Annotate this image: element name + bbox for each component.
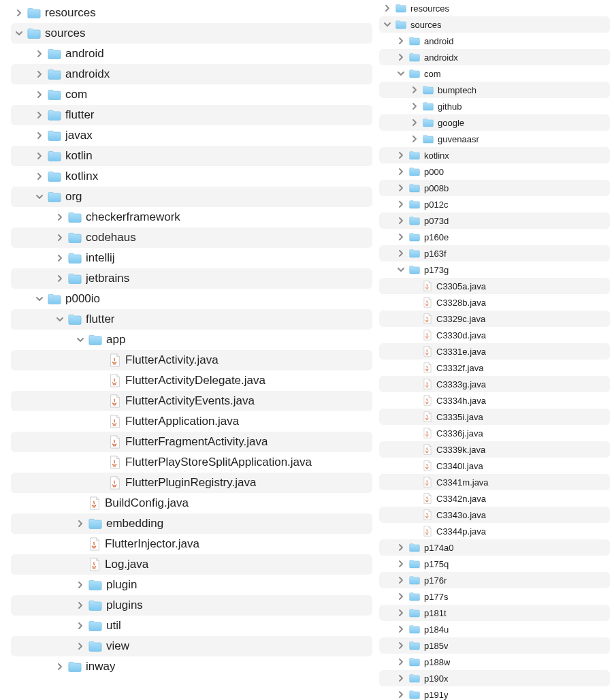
chevron-down-icon[interactable]: [383, 20, 391, 29]
tree-row[interactable]: C3305a.java: [379, 278, 610, 294]
chevron-down-icon[interactable]: [397, 266, 405, 274]
chevron-down-icon[interactable]: [15, 29, 23, 37]
chevron-right-icon[interactable]: [76, 581, 84, 589]
tree-row[interactable]: resources: [11, 3, 372, 23]
tree-row[interactable]: p008b: [379, 180, 610, 196]
chevron-right-icon[interactable]: [56, 234, 64, 242]
tree-row[interactable]: FlutterFragmentActivity.java: [11, 432, 372, 452]
tree-row[interactable]: FlutterActivityDelegate.java: [11, 370, 372, 391]
tree-row[interactable]: javax: [11, 125, 372, 146]
tree-row[interactable]: C3331e.java: [379, 343, 610, 360]
chevron-right-icon[interactable]: [410, 102, 419, 110]
tree-row[interactable]: p188w: [379, 654, 610, 670]
chevron-right-icon[interactable]: [397, 249, 405, 257]
tree-row[interactable]: FlutterActivity.java: [11, 350, 372, 370]
chevron-right-icon[interactable]: [397, 690, 405, 699]
tree-row[interactable]: FlutterPlayStoreSplitApplication.java: [11, 452, 372, 473]
chevron-right-icon[interactable]: [397, 592, 405, 601]
tree-row[interactable]: p173g: [379, 261, 610, 278]
tree-row[interactable]: plugins: [11, 595, 372, 616]
tree-row[interactable]: FlutterInjector.java: [11, 534, 372, 554]
tree-row[interactable]: p175q: [379, 556, 610, 572]
chevron-right-icon[interactable]: [397, 625, 405, 633]
tree-row[interactable]: C3336j.java: [379, 425, 610, 441]
chevron-right-icon[interactable]: [397, 674, 405, 682]
tree-row[interactable]: FlutterPluginRegistry.java: [11, 473, 372, 493]
tree-row[interactable]: p191y: [379, 686, 610, 700]
chevron-right-icon[interactable]: [76, 642, 84, 650]
tree-row[interactable]: view: [11, 636, 372, 656]
chevron-right-icon[interactable]: [56, 254, 64, 262]
chevron-right-icon[interactable]: [397, 217, 405, 225]
tree-row[interactable]: flutter: [11, 105, 372, 125]
tree-row[interactable]: kotlinx: [11, 166, 372, 187]
chevron-right-icon[interactable]: [397, 543, 405, 552]
chevron-right-icon[interactable]: [56, 213, 64, 221]
tree-row[interactable]: sources: [379, 16, 610, 33]
chevron-right-icon[interactable]: [35, 50, 44, 58]
chevron-right-icon[interactable]: [397, 200, 405, 208]
tree-row[interactable]: C3344p.java: [379, 523, 610, 539]
tree-row[interactable]: p190x: [379, 670, 610, 686]
tree-row[interactable]: flutter: [11, 309, 372, 330]
tree-row[interactable]: app: [11, 330, 372, 350]
tree-row[interactable]: codehaus: [11, 227, 372, 248]
tree-row[interactable]: FlutterApplication.java: [11, 411, 372, 432]
chevron-right-icon[interactable]: [76, 520, 84, 528]
tree-row[interactable]: C3342n.java: [379, 490, 610, 507]
tree-row[interactable]: p181t: [379, 605, 610, 621]
tree-row[interactable]: FlutterActivityEvents.java: [11, 391, 372, 411]
tree-row[interactable]: github: [379, 98, 610, 114]
tree-row[interactable]: p177s: [379, 588, 610, 605]
tree-row[interactable]: C3343o.java: [379, 507, 610, 523]
chevron-right-icon[interactable]: [397, 37, 405, 45]
tree-row[interactable]: C3330d.java: [379, 327, 610, 343]
tree-row[interactable]: C3340l.java: [379, 458, 610, 474]
tree-row[interactable]: google: [379, 114, 610, 131]
chevron-right-icon[interactable]: [76, 622, 84, 630]
tree-row[interactable]: C3333g.java: [379, 376, 610, 392]
tree-row[interactable]: C3329c.java: [379, 311, 610, 327]
tree-row[interactable]: androidx: [11, 64, 372, 84]
chevron-right-icon[interactable]: [35, 111, 44, 119]
tree-row[interactable]: p163f: [379, 245, 610, 261]
tree-row[interactable]: intellij: [11, 248, 372, 268]
chevron-right-icon[interactable]: [56, 663, 64, 671]
chevron-right-icon[interactable]: [397, 609, 405, 617]
chevron-right-icon[interactable]: [397, 658, 405, 666]
tree-row[interactable]: C3335i.java: [379, 409, 610, 425]
tree-row[interactable]: resources: [379, 0, 610, 16]
tree-row[interactable]: com: [379, 65, 610, 82]
chevron-right-icon[interactable]: [397, 576, 405, 584]
chevron-down-icon[interactable]: [397, 69, 405, 78]
tree-row[interactable]: androidx: [379, 49, 610, 65]
chevron-right-icon[interactable]: [35, 172, 44, 180]
chevron-right-icon[interactable]: [15, 9, 23, 17]
tree-row[interactable]: util: [11, 616, 372, 636]
chevron-right-icon[interactable]: [35, 91, 44, 99]
chevron-right-icon[interactable]: [410, 118, 419, 127]
tree-row[interactable]: p000io: [11, 289, 372, 309]
chevron-right-icon[interactable]: [56, 274, 64, 283]
tree-row[interactable]: C3328b.java: [379, 294, 610, 311]
chevron-right-icon[interactable]: [35, 131, 44, 140]
chevron-right-icon[interactable]: [397, 151, 405, 159]
chevron-right-icon[interactable]: [35, 152, 44, 160]
tree-row[interactable]: sources: [11, 23, 372, 44]
tree-row[interactable]: org: [11, 187, 372, 207]
chevron-right-icon[interactable]: [410, 86, 419, 94]
chevron-right-icon[interactable]: [410, 135, 419, 143]
chevron-right-icon[interactable]: [397, 53, 405, 61]
tree-row[interactable]: android: [11, 44, 372, 64]
chevron-right-icon[interactable]: [76, 601, 84, 609]
chevron-down-icon[interactable]: [35, 295, 44, 303]
tree-row[interactable]: embedding: [11, 513, 372, 534]
tree-row[interactable]: C3341m.java: [379, 474, 610, 490]
tree-row[interactable]: Log.java: [11, 554, 372, 575]
chevron-down-icon[interactable]: [56, 315, 64, 323]
tree-row[interactable]: BuildConfig.java: [11, 493, 372, 513]
tree-row[interactable]: plugin: [11, 575, 372, 595]
tree-row[interactable]: jetbrains: [11, 268, 372, 289]
tree-row[interactable]: com: [11, 84, 372, 105]
tree-row[interactable]: p073d: [379, 212, 610, 229]
